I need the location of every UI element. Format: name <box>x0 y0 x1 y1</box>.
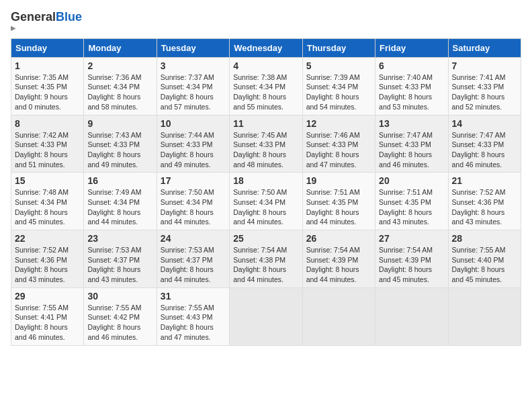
day-info: Sunrise: 7:41 AM Sunset: 4:33 PM Dayligh… <box>452 73 517 112</box>
calendar-cell: 20Sunrise: 7:51 AM Sunset: 4:35 PM Dayli… <box>375 173 448 230</box>
day-number: 3 <box>161 60 226 71</box>
calendar-cell <box>448 287 521 345</box>
day-info: Sunrise: 7:50 AM Sunset: 4:34 PM Dayligh… <box>233 187 298 227</box>
day-info: Sunrise: 7:40 AM Sunset: 4:33 PM Dayligh… <box>379 73 444 112</box>
day-number: 29 <box>15 291 80 302</box>
calendar-cell: 7Sunrise: 7:41 AM Sunset: 4:33 PM Daylig… <box>448 57 521 115</box>
day-info: Sunrise: 7:52 AM Sunset: 4:36 PM Dayligh… <box>15 245 80 285</box>
day-info: Sunrise: 7:44 AM Sunset: 4:33 PM Dayligh… <box>161 130 226 170</box>
day-info: Sunrise: 7:51 AM Sunset: 4:35 PM Dayligh… <box>306 187 371 227</box>
calendar-cell: 6Sunrise: 7:40 AM Sunset: 4:33 PM Daylig… <box>375 57 448 115</box>
calendar-cell: 14Sunrise: 7:47 AM Sunset: 4:33 PM Dayli… <box>448 115 521 173</box>
calendar-cell: 22Sunrise: 7:52 AM Sunset: 4:36 PM Dayli… <box>11 230 84 288</box>
calendar-cell: 15Sunrise: 7:48 AM Sunset: 4:34 PM Dayli… <box>11 173 84 230</box>
calendar-cell: 2Sunrise: 7:36 AM Sunset: 4:34 PM Daylig… <box>84 57 157 115</box>
calendar-cell: 10Sunrise: 7:44 AM Sunset: 4:33 PM Dayli… <box>157 115 229 173</box>
day-info: Sunrise: 7:36 AM Sunset: 4:34 PM Dayligh… <box>87 73 152 112</box>
weekday-header-tuesday: Tuesday <box>157 38 229 57</box>
calendar-week-5: 29Sunrise: 7:55 AM Sunset: 4:41 PM Dayli… <box>11 287 521 345</box>
day-info: Sunrise: 7:53 AM Sunset: 4:37 PM Dayligh… <box>161 245 226 285</box>
day-number: 12 <box>306 118 371 129</box>
calendar-cell: 16Sunrise: 7:49 AM Sunset: 4:34 PM Dayli… <box>84 173 157 230</box>
weekday-header-row: SundayMondayTuesdayWednesdayThursdayFrid… <box>11 38 521 57</box>
calendar-cell: 27Sunrise: 7:54 AM Sunset: 4:39 PM Dayli… <box>375 230 448 288</box>
logo-general: GeneralBlue <box>11 11 82 24</box>
day-info: Sunrise: 7:50 AM Sunset: 4:34 PM Dayligh… <box>161 187 226 227</box>
day-number: 20 <box>379 175 444 186</box>
weekday-header-monday: Monday <box>84 38 157 57</box>
day-number: 19 <box>306 175 371 186</box>
day-info: Sunrise: 7:47 AM Sunset: 4:33 PM Dayligh… <box>452 130 517 170</box>
day-info: Sunrise: 7:55 AM Sunset: 4:40 PM Dayligh… <box>452 245 517 285</box>
day-info: Sunrise: 7:49 AM Sunset: 4:34 PM Dayligh… <box>87 187 152 227</box>
logo-tagline: ▶ <box>11 24 82 32</box>
day-number: 31 <box>161 291 226 302</box>
logo: GeneralBlue ▶ <box>11 11 82 32</box>
day-info: Sunrise: 7:53 AM Sunset: 4:37 PM Dayligh… <box>87 245 152 285</box>
day-info: Sunrise: 7:54 AM Sunset: 4:38 PM Dayligh… <box>233 245 298 285</box>
day-number: 25 <box>233 233 298 244</box>
day-number: 15 <box>15 175 80 186</box>
day-info: Sunrise: 7:48 AM Sunset: 4:34 PM Dayligh… <box>15 187 80 227</box>
calendar-cell: 31Sunrise: 7:55 AM Sunset: 4:43 PM Dayli… <box>157 287 229 345</box>
calendar-cell: 26Sunrise: 7:54 AM Sunset: 4:39 PM Dayli… <box>302 230 375 288</box>
calendar-cell: 28Sunrise: 7:55 AM Sunset: 4:40 PM Dayli… <box>448 230 521 288</box>
day-info: Sunrise: 7:46 AM Sunset: 4:33 PM Dayligh… <box>306 130 371 170</box>
calendar-cell: 3Sunrise: 7:37 AM Sunset: 4:34 PM Daylig… <box>157 57 229 115</box>
day-number: 5 <box>306 60 371 71</box>
day-info: Sunrise: 7:55 AM Sunset: 4:42 PM Dayligh… <box>87 303 152 342</box>
day-info: Sunrise: 7:55 AM Sunset: 4:43 PM Dayligh… <box>161 303 226 342</box>
calendar-cell: 8Sunrise: 7:42 AM Sunset: 4:33 PM Daylig… <box>11 115 84 173</box>
day-info: Sunrise: 7:43 AM Sunset: 4:33 PM Dayligh… <box>87 130 152 170</box>
day-info: Sunrise: 7:39 AM Sunset: 4:34 PM Dayligh… <box>306 73 371 112</box>
calendar-week-1: 1Sunrise: 7:35 AM Sunset: 4:35 PM Daylig… <box>11 57 521 115</box>
calendar-cell: 21Sunrise: 7:52 AM Sunset: 4:36 PM Dayli… <box>448 173 521 230</box>
weekday-header-wednesday: Wednesday <box>230 38 302 57</box>
calendar-cell: 11Sunrise: 7:45 AM Sunset: 4:33 PM Dayli… <box>230 115 302 173</box>
calendar-cell: 30Sunrise: 7:55 AM Sunset: 4:42 PM Dayli… <box>84 287 157 345</box>
day-number: 13 <box>379 118 444 129</box>
weekday-header-saturday: Saturday <box>448 38 521 57</box>
day-number: 4 <box>233 60 298 71</box>
calendar-cell <box>375 287 448 345</box>
calendar-week-2: 8Sunrise: 7:42 AM Sunset: 4:33 PM Daylig… <box>11 115 521 173</box>
calendar-cell: 25Sunrise: 7:54 AM Sunset: 4:38 PM Dayli… <box>230 230 302 288</box>
calendar-cell: 18Sunrise: 7:50 AM Sunset: 4:34 PM Dayli… <box>230 173 302 230</box>
day-number: 6 <box>379 60 444 71</box>
day-info: Sunrise: 7:52 AM Sunset: 4:36 PM Dayligh… <box>452 187 517 227</box>
weekday-header-friday: Friday <box>375 38 448 57</box>
day-number: 18 <box>233 175 298 186</box>
day-info: Sunrise: 7:55 AM Sunset: 4:41 PM Dayligh… <box>15 303 80 342</box>
calendar-cell <box>230 287 302 345</box>
day-info: Sunrise: 7:42 AM Sunset: 4:33 PM Dayligh… <box>15 130 80 170</box>
calendar-cell: 17Sunrise: 7:50 AM Sunset: 4:34 PM Dayli… <box>157 173 229 230</box>
calendar-cell: 9Sunrise: 7:43 AM Sunset: 4:33 PM Daylig… <box>84 115 157 173</box>
calendar-cell: 19Sunrise: 7:51 AM Sunset: 4:35 PM Dayli… <box>302 173 375 230</box>
day-number: 27 <box>379 233 444 244</box>
calendar-cell: 13Sunrise: 7:47 AM Sunset: 4:33 PM Dayli… <box>375 115 448 173</box>
day-number: 21 <box>452 175 517 186</box>
header: GeneralBlue ▶ <box>11 11 521 32</box>
calendar-cell: 23Sunrise: 7:53 AM Sunset: 4:37 PM Dayli… <box>84 230 157 288</box>
weekday-header-sunday: Sunday <box>11 38 84 57</box>
day-info: Sunrise: 7:54 AM Sunset: 4:39 PM Dayligh… <box>379 245 444 285</box>
day-number: 9 <box>87 118 152 129</box>
day-number: 24 <box>161 233 226 244</box>
day-info: Sunrise: 7:54 AM Sunset: 4:39 PM Dayligh… <box>306 245 371 285</box>
day-number: 7 <box>452 60 517 71</box>
day-number: 1 <box>15 60 80 71</box>
calendar-cell: 24Sunrise: 7:53 AM Sunset: 4:37 PM Dayli… <box>157 230 229 288</box>
day-number: 28 <box>452 233 517 244</box>
calendar-cell: 1Sunrise: 7:35 AM Sunset: 4:35 PM Daylig… <box>11 57 84 115</box>
day-number: 8 <box>15 118 80 129</box>
day-number: 11 <box>233 118 298 129</box>
calendar-cell: 12Sunrise: 7:46 AM Sunset: 4:33 PM Dayli… <box>302 115 375 173</box>
calendar-cell: 29Sunrise: 7:55 AM Sunset: 4:41 PM Dayli… <box>11 287 84 345</box>
logo-blue-text: Blue <box>56 10 82 24</box>
calendar-cell: 5Sunrise: 7:39 AM Sunset: 4:34 PM Daylig… <box>302 57 375 115</box>
day-info: Sunrise: 7:51 AM Sunset: 4:35 PM Dayligh… <box>379 187 444 227</box>
weekday-header-thursday: Thursday <box>302 38 375 57</box>
calendar-week-4: 22Sunrise: 7:52 AM Sunset: 4:36 PM Dayli… <box>11 230 521 288</box>
day-info: Sunrise: 7:47 AM Sunset: 4:33 PM Dayligh… <box>379 130 444 170</box>
day-number: 23 <box>87 233 152 244</box>
